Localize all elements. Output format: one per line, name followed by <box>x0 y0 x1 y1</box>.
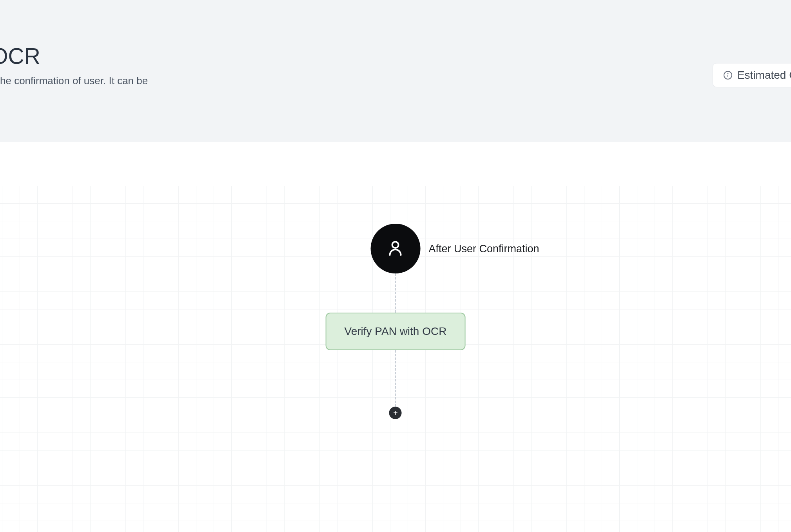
info-icon <box>723 71 733 80</box>
connector-line <box>395 273 396 313</box>
start-node-circle <box>371 224 421 273</box>
start-node-label: After User Confirmation <box>429 242 539 255</box>
workflow-canvas[interactable]: After User Confirmation Verify PAN with … <box>0 142 791 532</box>
svg-point-2 <box>728 74 728 74</box>
description-line-1: e to trigger after the confirmation of u… <box>0 75 148 87</box>
start-node[interactable]: After User Confirmation <box>371 224 421 273</box>
add-step-button[interactable]: + <box>389 407 402 419</box>
step-node-label: Verify PAN with OCR <box>345 325 447 337</box>
page-description: e to trigger after the confirmation of u… <box>0 74 207 102</box>
svg-point-3 <box>392 242 399 248</box>
estimated-label: Estimated Co <box>737 69 791 81</box>
estimated-cost-box[interactable]: Estimated Co <box>713 63 791 87</box>
user-icon <box>386 239 405 259</box>
page-title: N with OCR <box>0 43 40 69</box>
step-node-verify-pan[interactable]: Verify PAN with OCR <box>326 313 466 350</box>
flow-container: After User Confirmation Verify PAN with … <box>326 224 466 419</box>
connector-line <box>395 350 396 407</box>
plus-icon: + <box>393 409 398 417</box>
header-area: ws N with OCR e to trigger after the con… <box>0 0 791 142</box>
